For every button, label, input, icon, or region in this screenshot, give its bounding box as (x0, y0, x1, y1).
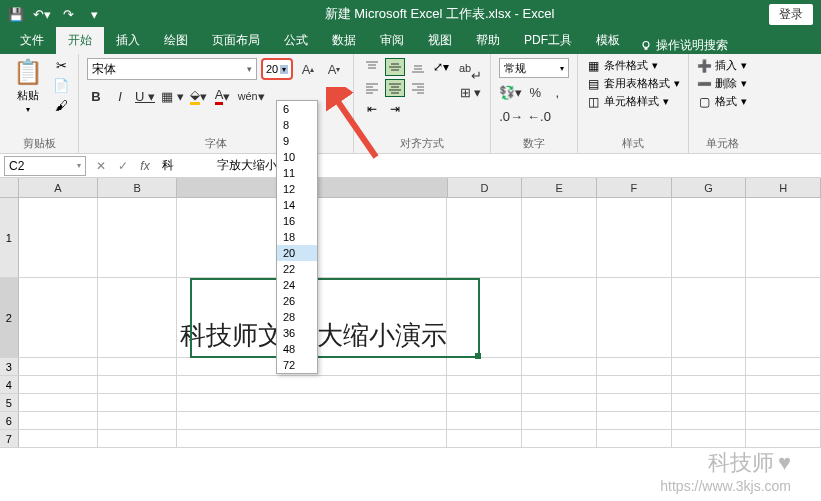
font-size-select[interactable]: 20 ▾ (261, 58, 293, 80)
cell-E1[interactable] (522, 198, 597, 278)
cell-H1[interactable] (746, 198, 821, 278)
align-bottom-icon[interactable] (408, 58, 428, 76)
currency-button[interactable]: 💱▾ (499, 82, 522, 102)
tab-help[interactable]: 帮助 (464, 27, 512, 54)
font-size-option-6[interactable]: 6 (277, 101, 317, 117)
font-size-option-18[interactable]: 18 (277, 229, 317, 245)
cell-D5[interactable] (447, 394, 522, 412)
cell-E7[interactable] (522, 430, 597, 448)
cell-E3[interactable] (522, 358, 597, 376)
font-size-option-12[interactable]: 12 (277, 181, 317, 197)
font-size-option-20[interactable]: 20 (277, 245, 317, 261)
select-all-corner[interactable] (0, 178, 19, 197)
column-header-e[interactable]: E (522, 178, 597, 197)
cell-G4[interactable] (672, 376, 747, 394)
font-size-option-14[interactable]: 14 (277, 197, 317, 213)
cut-icon[interactable]: ✂ (52, 58, 70, 76)
paste-button[interactable]: 📋 粘贴 ▾ (8, 58, 48, 114)
qat-dropdown-icon[interactable]: ▾ (84, 4, 104, 24)
cell-A6[interactable] (19, 412, 98, 430)
enter-formula-icon[interactable]: ✓ (112, 159, 134, 173)
format-painter-icon[interactable]: 🖌 (52, 98, 70, 116)
cell-A5[interactable] (19, 394, 98, 412)
wrap-text-button[interactable]: ab↵ (459, 58, 482, 78)
align-right-icon[interactable] (408, 79, 428, 97)
tab-home[interactable]: 开始 (56, 27, 104, 54)
cell-H2[interactable] (746, 278, 821, 358)
align-center-icon[interactable] (385, 79, 405, 97)
save-icon[interactable]: 💾 (6, 4, 26, 24)
fx-icon[interactable]: fx (134, 159, 156, 173)
tab-template[interactable]: 模板 (584, 27, 632, 54)
column-header-g[interactable]: G (672, 178, 747, 197)
cell-G6[interactable] (672, 412, 747, 430)
cell-A7[interactable] (19, 430, 98, 448)
font-size-option-8[interactable]: 8 (277, 117, 317, 133)
decrease-font-icon[interactable]: A▾ (323, 58, 345, 80)
font-size-option-16[interactable]: 16 (277, 213, 317, 229)
cell-C5[interactable] (177, 394, 447, 412)
column-header-f[interactable]: F (597, 178, 672, 197)
cell-F3[interactable] (597, 358, 672, 376)
undo-icon[interactable]: ↶▾ (32, 4, 52, 24)
column-header-b[interactable]: B (98, 178, 177, 197)
cell-D3[interactable] (447, 358, 522, 376)
underline-button[interactable]: U ▾ (135, 86, 155, 106)
cell-F7[interactable] (597, 430, 672, 448)
border-button[interactable]: ▦ ▾ (161, 86, 184, 106)
font-size-option-10[interactable]: 10 (277, 149, 317, 165)
cell-F5[interactable] (597, 394, 672, 412)
cell-G2[interactable] (672, 278, 747, 358)
merge-center-button[interactable]: ⊞ ▾ (459, 82, 482, 102)
cell-G1[interactable] (672, 198, 747, 278)
italic-button[interactable]: I (111, 86, 129, 106)
tab-formulas[interactable]: 公式 (272, 27, 320, 54)
row-header-4[interactable]: 4 (0, 376, 19, 393)
format-cells-button[interactable]: ▢格式 ▾ (697, 94, 747, 109)
increase-indent-icon[interactable]: ⇥ (385, 100, 405, 118)
cell-B6[interactable] (98, 412, 177, 430)
format-as-table-button[interactable]: ▤套用表格格式 ▾ (586, 76, 680, 91)
cancel-formula-icon[interactable]: ✕ (90, 159, 112, 173)
cell-styles-button[interactable]: ◫单元格样式 ▾ (586, 94, 680, 109)
cell-B2[interactable] (98, 278, 177, 358)
cell-H3[interactable] (746, 358, 821, 376)
cell-D6[interactable] (447, 412, 522, 430)
cell-F4[interactable] (597, 376, 672, 394)
font-size-option-48[interactable]: 48 (277, 341, 317, 357)
tab-data[interactable]: 数据 (320, 27, 368, 54)
row-header-1[interactable]: 1 (0, 198, 19, 277)
cell-C6[interactable] (177, 412, 447, 430)
row-header-7[interactable]: 7 (0, 430, 19, 447)
tab-draw[interactable]: 绘图 (152, 27, 200, 54)
login-button[interactable]: 登录 (769, 4, 813, 25)
cell-E6[interactable] (522, 412, 597, 430)
redo-icon[interactable]: ↷ (58, 4, 78, 24)
font-size-option-28[interactable]: 28 (277, 309, 317, 325)
tab-pdf[interactable]: PDF工具 (512, 27, 584, 54)
bold-button[interactable]: B (87, 86, 105, 106)
cell-D1[interactable] (447, 198, 522, 278)
cell-G3[interactable] (672, 358, 747, 376)
name-box[interactable]: C2 ▾ (4, 156, 86, 176)
font-size-option-24[interactable]: 24 (277, 277, 317, 293)
column-header-a[interactable]: A (19, 178, 98, 197)
font-size-option-9[interactable]: 9 (277, 133, 317, 149)
cell-A2[interactable] (19, 278, 98, 358)
cell-E2[interactable] (522, 278, 597, 358)
cell-B7[interactable] (98, 430, 177, 448)
tab-insert[interactable]: 插入 (104, 27, 152, 54)
row-header-2[interactable]: 2 (0, 278, 19, 357)
comma-button[interactable]: , (548, 82, 566, 102)
row-header-6[interactable]: 6 (0, 412, 19, 429)
delete-cells-button[interactable]: ➖删除 ▾ (697, 76, 747, 91)
align-middle-icon[interactable] (385, 58, 405, 76)
cell-D4[interactable] (447, 376, 522, 394)
cell-E4[interactable] (522, 376, 597, 394)
increase-font-icon[interactable]: A▴ (297, 58, 319, 80)
increase-decimal-icon[interactable]: .0→ (499, 106, 523, 126)
tell-me[interactable]: 操作说明搜索 (640, 37, 728, 54)
align-left-icon[interactable] (362, 79, 382, 97)
font-size-option-22[interactable]: 22 (277, 261, 317, 277)
cell-B5[interactable] (98, 394, 177, 412)
